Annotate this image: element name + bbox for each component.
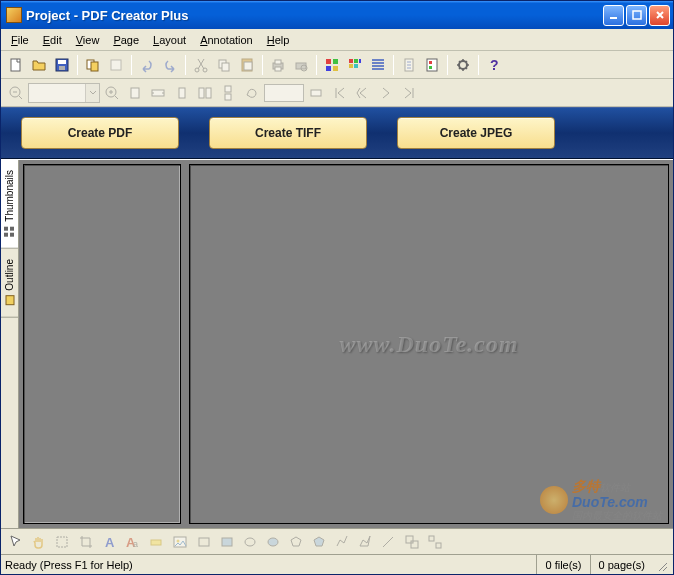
watermark-text: www.DuoTe.com	[339, 331, 518, 358]
settings-button[interactable]	[452, 54, 474, 76]
filled-ellipse-tool[interactable]	[262, 531, 284, 553]
prev-page-button[interactable]	[352, 82, 374, 104]
svg-rect-61	[406, 536, 413, 543]
view-toolbar	[1, 79, 673, 107]
menu-page[interactable]: Page	[107, 32, 145, 48]
rect-tool[interactable]	[193, 531, 215, 553]
zoom-combo[interactable]	[28, 83, 100, 103]
svg-point-60	[268, 538, 278, 546]
svg-rect-43	[225, 94, 231, 100]
svg-rect-47	[11, 227, 15, 231]
copy-button[interactable]	[213, 54, 235, 76]
svg-rect-5	[59, 66, 65, 70]
redo-button[interactable]	[159, 54, 181, 76]
menu-annotation[interactable]: Annotation	[194, 32, 259, 48]
create-jpeg-button[interactable]: Create JPEG	[397, 117, 555, 149]
zoom-out-button[interactable]	[5, 82, 27, 104]
first-page-button[interactable]	[329, 82, 351, 104]
two-page-button[interactable]	[194, 82, 216, 104]
minimize-button[interactable]	[603, 5, 624, 26]
svg-rect-45	[11, 233, 15, 237]
rotate-button[interactable]	[241, 82, 263, 104]
crop-tool[interactable]	[75, 531, 97, 553]
undo-button[interactable]	[136, 54, 158, 76]
svg-rect-63	[429, 536, 434, 541]
menu-layout[interactable]: Layout	[147, 32, 192, 48]
close-button[interactable]	[649, 5, 670, 26]
svg-rect-30	[427, 59, 437, 71]
maximize-button[interactable]	[626, 5, 647, 26]
create-pdf-button[interactable]: Create PDF	[21, 117, 179, 149]
next-page-button[interactable]	[375, 82, 397, 104]
app-icon	[6, 7, 22, 23]
new-file-button[interactable]	[5, 54, 27, 76]
group-tool[interactable]	[401, 531, 423, 553]
create-tiff-button[interactable]: Create TIFF	[209, 117, 367, 149]
filled-rect-tool[interactable]	[216, 531, 238, 553]
polyline-tool[interactable]	[331, 531, 353, 553]
help-button[interactable]: ?	[483, 54, 505, 76]
tab-outline[interactable]: Outline	[1, 249, 18, 318]
svg-rect-46	[5, 233, 9, 237]
zoom-in-button[interactable]	[101, 82, 123, 104]
text-format-tool[interactable]: Aa	[122, 531, 144, 553]
page-size-box[interactable]	[264, 84, 304, 102]
list-view-button[interactable]	[367, 54, 389, 76]
tab-thumbnails[interactable]: Thumbnails	[1, 160, 18, 249]
svg-rect-27	[349, 64, 353, 68]
svg-rect-40	[199, 88, 204, 98]
ungroup-tool[interactable]	[424, 531, 446, 553]
cut-button[interactable]	[190, 54, 212, 76]
hand-tool[interactable]	[28, 531, 50, 553]
svg-rect-32	[429, 66, 432, 69]
last-page-button[interactable]	[398, 82, 420, 104]
svg-point-59	[245, 538, 255, 546]
line-tool[interactable]	[377, 531, 399, 553]
svg-rect-26	[359, 59, 361, 63]
thumbnails-large-button[interactable]	[344, 54, 366, 76]
svg-point-9	[195, 68, 199, 72]
print-button[interactable]	[267, 54, 289, 76]
ellipse-tool[interactable]	[239, 531, 261, 553]
menu-help[interactable]: Help	[261, 32, 296, 48]
page-view-button[interactable]	[398, 54, 420, 76]
status-pages: 0 page(s)	[590, 555, 653, 574]
properties-button[interactable]	[421, 54, 443, 76]
menu-file[interactable]: File	[5, 32, 35, 48]
export-button[interactable]	[105, 54, 127, 76]
svg-rect-44	[311, 90, 321, 96]
thumbnails-small-button[interactable]	[321, 54, 343, 76]
menu-edit[interactable]: Edit	[37, 32, 68, 48]
pointer-tool[interactable]	[5, 531, 27, 553]
image-tool[interactable]	[169, 531, 191, 553]
duote-logo-icon	[540, 486, 568, 514]
polygon-tool[interactable]	[285, 531, 307, 553]
titlebar: Project - PDF Creator Plus	[1, 1, 673, 29]
svg-rect-64	[436, 543, 441, 548]
save-button[interactable]	[51, 54, 73, 76]
paste-button[interactable]	[236, 54, 258, 76]
print-preview-button[interactable]	[290, 54, 312, 76]
marquee-tool[interactable]	[51, 531, 73, 553]
fit-page-button[interactable]	[124, 82, 146, 104]
orientation-button[interactable]	[305, 82, 327, 104]
fit-width-button[interactable]	[147, 82, 169, 104]
svg-rect-22	[326, 66, 331, 71]
text-tool[interactable]: A	[99, 531, 121, 553]
svg-point-56	[177, 539, 180, 542]
menu-view[interactable]: View	[70, 32, 106, 48]
closed-polyline-tool[interactable]	[354, 531, 376, 553]
main-toolbar: ?	[1, 51, 673, 79]
import-button[interactable]	[82, 54, 104, 76]
svg-rect-14	[244, 62, 252, 70]
resize-grip[interactable]	[653, 557, 669, 573]
single-page-button[interactable]	[171, 82, 193, 104]
open-file-button[interactable]	[28, 54, 50, 76]
highlight-tool[interactable]	[145, 531, 167, 553]
filled-polygon-tool[interactable]	[308, 531, 330, 553]
svg-rect-42	[225, 86, 231, 92]
svg-point-33	[459, 61, 467, 69]
svg-rect-24	[349, 59, 353, 63]
continuous-button[interactable]	[217, 82, 239, 104]
thumbnail-panel	[23, 164, 181, 524]
